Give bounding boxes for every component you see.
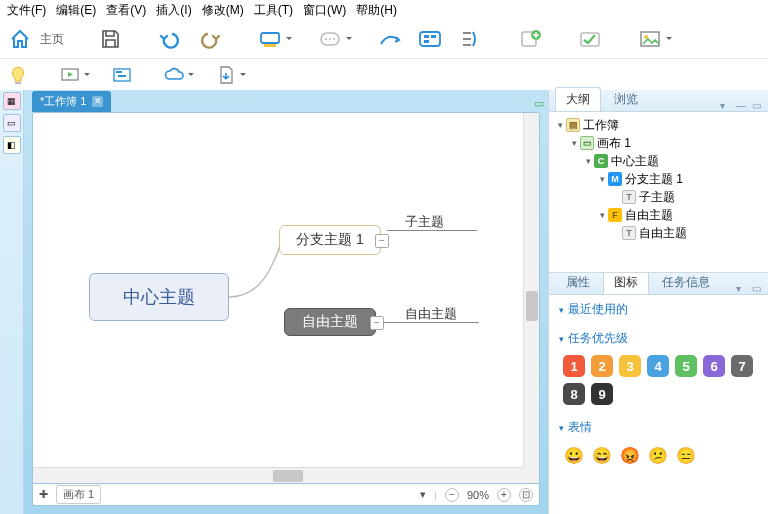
zoom-fit-button[interactable]: ⊡ [519,488,533,502]
outline-tabs: 大纲 浏览 ▾—▭ [549,90,768,112]
priority-2[interactable]: 2 [591,355,613,377]
emoji-2[interactable]: 😡 [619,444,641,466]
workbook-tab-label: *工作簿 1 [40,94,86,109]
twisty-icon[interactable]: ▾ [555,120,566,130]
vertical-scrollbar[interactable] [523,113,539,467]
undo-button[interactable] [156,25,184,53]
note-button[interactable] [316,25,344,53]
menu-help[interactable]: 帮助(H) [351,0,402,21]
menu-bar: 文件(F) 编辑(E) 查看(V) 插入(I) 修改(M) 工具(T) 窗口(W… [0,0,768,20]
priority-5[interactable]: 5 [675,355,697,377]
canvas-area: *工作簿 1 ✕ ▭ 中心主题 分支主题 1− 自由主题− 子主题 自由主题 [24,90,548,514]
filter-icon[interactable]: ▾ [420,488,426,501]
free-topic-node[interactable]: 自由主题− [284,308,376,336]
emoji-1[interactable]: 😄 [591,444,613,466]
idea-button[interactable] [6,64,30,86]
redo-button[interactable] [196,25,224,53]
panel-menu-icon[interactable]: ▾ [736,283,748,294]
center-topic-node[interactable]: 中心主题 [89,273,229,321]
task-button[interactable] [576,25,604,53]
priority-4[interactable]: 4 [647,355,669,377]
svg-point-4 [329,38,331,40]
insert-button[interactable] [516,25,544,53]
summary-button[interactable] [456,25,484,53]
main-icon: M [608,172,622,186]
gantt-button[interactable] [110,64,134,86]
twisty-icon[interactable]: ▾ [597,174,608,184]
zoom-out-button[interactable]: − [445,488,459,502]
priority-3[interactable]: 3 [619,355,641,377]
tab-taskinfo[interactable]: 任务信息 [651,272,721,294]
sidebar-btn-2[interactable]: ▭ [3,114,21,132]
sidebar-btn-1[interactable]: ▦ [3,92,21,110]
section-emotion[interactable]: 表情 [549,413,768,442]
menu-edit[interactable]: 编辑(E) [51,0,101,21]
twisty-icon[interactable]: ▾ [597,210,608,220]
connector-line [387,230,477,231]
boundary-button[interactable] [416,25,444,53]
menu-window[interactable]: 窗口(W) [298,0,351,21]
workbook-tab[interactable]: *工作簿 1 ✕ [32,91,111,112]
presentation-button[interactable] [58,64,82,86]
main-toolbar: 主页 [0,20,768,58]
tab-outline[interactable]: 大纲 [555,87,601,111]
menu-view[interactable]: 查看(V) [101,0,151,21]
minimize-panel-icon[interactable]: ▭ [532,96,546,110]
mindmap-canvas[interactable]: 中心主题 分支主题 1− 自由主题− 子主题 自由主题 [33,113,539,483]
menu-tools[interactable]: 工具(T) [249,0,298,21]
sidebar-btn-3[interactable]: ◧ [3,136,21,154]
save-button[interactable] [96,25,124,53]
image-button[interactable] [636,25,664,53]
expand-icon[interactable]: − [370,316,384,330]
relationship-button[interactable] [376,25,404,53]
scroll-thumb[interactable] [273,470,303,482]
props-tabs: 属性 图标 任务信息 ▾▭ [549,273,768,295]
emoji-4[interactable]: 😑 [675,444,697,466]
branch-topic-node[interactable]: 分支主题 1− [279,225,381,255]
tab-markers[interactable]: 图标 [603,272,649,294]
panel-menu-icon[interactable]: ▾ [720,100,732,111]
export-button[interactable] [214,64,238,86]
topic-button[interactable] [256,25,284,53]
outline-row-canvas[interactable]: ▾▭画布 1 [551,134,766,152]
priority-7[interactable]: 7 [731,355,753,377]
zoom-in-button[interactable]: + [497,488,511,502]
expand-icon[interactable]: − [375,234,389,248]
priority-8[interactable]: 8 [563,383,585,405]
priority-9[interactable]: 9 [591,383,613,405]
sub-topic-label[interactable]: 子主题 [405,213,444,231]
outline-row-center[interactable]: ▾C中心主题 [551,152,766,170]
scroll-thumb[interactable] [526,291,538,321]
free-sub-label[interactable]: 自由主题 [405,305,457,323]
panel-min-icon[interactable]: — [736,100,748,111]
menu-modify[interactable]: 修改(M) [197,0,249,21]
priority-6[interactable]: 6 [703,355,725,377]
sheet-tab[interactable]: 画布 1 [56,485,101,504]
section-recent[interactable]: 最近使用的 [549,295,768,324]
outline-row-sub[interactable]: T子主题 [551,188,766,206]
menu-insert[interactable]: 插入(I) [151,0,196,21]
add-sheet-icon[interactable]: ✚ [39,488,48,501]
twisty-icon[interactable]: ▾ [583,156,594,166]
emoji-0[interactable]: 😀 [563,444,585,466]
panel-close-icon[interactable]: ▭ [752,100,764,111]
priority-1[interactable]: 1 [563,355,585,377]
priority-grid: 123456789 [549,353,768,413]
outline-row-workbook[interactable]: ▾▤工作簿 [551,116,766,134]
tab-browse[interactable]: 浏览 [603,87,649,111]
home-button[interactable] [6,25,34,53]
tab-props[interactable]: 属性 [555,272,601,294]
twisty-icon[interactable]: ▾ [569,138,580,148]
menu-file[interactable]: 文件(F) [2,0,51,21]
cloud-button[interactable] [162,64,186,86]
outline-row-branch[interactable]: ▾M分支主题 1 [551,170,766,188]
outline-row-free[interactable]: ▾F自由主题 [551,206,766,224]
panel-close-icon[interactable]: ▭ [752,283,764,294]
svg-rect-7 [424,35,429,38]
horizontal-scrollbar[interactable] [33,467,523,483]
svg-rect-9 [424,40,429,43]
section-priority[interactable]: 任务优先级 [549,324,768,353]
close-tab-icon[interactable]: ✕ [92,96,103,107]
emoji-3[interactable]: 😕 [647,444,669,466]
outline-row-freechild[interactable]: T自由主题 [551,224,766,242]
